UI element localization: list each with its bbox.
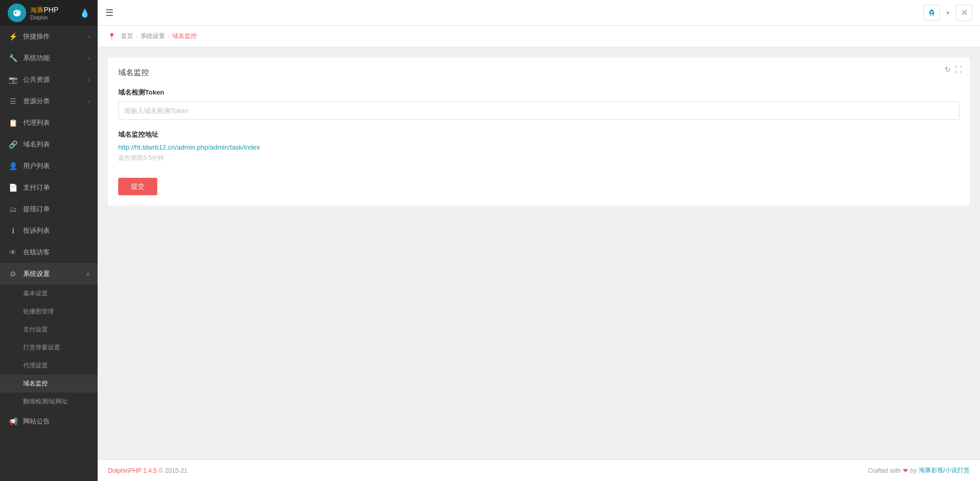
monitor-hint: 监控周期3-5分钟 [118,154,959,162]
breadcrumb-sep: › [168,33,170,40]
sidebar-label: 提现订单 [23,205,90,214]
sidebar-item-quick-ops[interactable]: ⚡ 快捷操作 › [0,26,98,47]
sidebar-item-popup-settings[interactable]: 打赏弹窗设置 [0,339,98,357]
sidebar-logo: 海豚PHP Dolphin 💧 [0,0,98,26]
main-layout: 海豚PHP Dolphin 💧 ⚡ 快捷操作 › 🔧 系统功能 › [0,0,980,481]
logo-text: 海豚PHP Dolphin [30,6,59,21]
breadcrumb-current: 域名监控 [172,32,197,41]
sidebar-label: 资源分类 [23,97,88,106]
token-group: 域名检测Token [118,88,959,120]
app-wrapper: 海豚PHP Dolphin 💧 ⚡ 快捷操作 › 🔧 系统功能 › [0,0,980,481]
main-content: ☰ ▼ ✕ 📍 首页 [98,0,980,481]
sidebar-item-pub-res[interactable]: 📷 公共资源 › [0,69,98,90]
sidebar: 海豚PHP Dolphin 💧 ⚡ 快捷操作 › 🔧 系统功能 › [0,0,98,481]
breadcrumb-home[interactable]: 首页 [121,32,133,41]
sidebar-label: 系统功能 [23,53,88,63]
chevron-right-icon: › [88,98,90,104]
monitor-url-label: 域名监控地址 [118,130,959,139]
dropdown-arrow[interactable]: ▼ [945,10,951,16]
sidebar-item-proxy-settings[interactable]: 代理设置 [0,357,98,375]
sidebar-item-pay-settings[interactable]: 支付设置 [0,321,98,339]
sidebar-label: 在线访客 [23,248,90,257]
sidebar-item-sys-func[interactable]: 🔧 系统功能 › [0,47,98,69]
page-title: 域名监控 [118,68,959,78]
breadcrumb-sys-settings[interactable]: 系统设置 [140,32,165,41]
rocket-icon [927,8,936,17]
settings-icon: ⚙ [8,270,18,278]
logo-icon [8,4,26,22]
sidebar-item-banner-mgmt[interactable]: 轮播图管理 [0,303,98,321]
token-label: 域名检测Token [118,88,959,97]
sidebar-item-proxy-list[interactable]: 📋 代理列表 [0,112,98,134]
sidebar-item-online-visitors[interactable]: 👁 在线访客 [0,242,98,263]
sidebar-item-res-cat[interactable]: ☰ 资源分类 › [0,90,98,112]
notification-button[interactable] [923,5,940,21]
sidebar-label: 快捷操作 [23,32,88,41]
breadcrumb: 📍 首页 › 系统设置 › 域名监控 [98,26,980,47]
sidebar-label: 代理列表 [23,118,90,127]
sidebar-item-complaints[interactable]: ℹ 投诉列表 [0,220,98,242]
user-icon: 👤 [8,162,18,170]
sidebar-item-sys-settings[interactable]: ⚙ 系统设置 ∨ [0,263,98,285]
pub-res-icon: 📷 [8,76,18,84]
sidebar-label: 支付订单 [23,183,90,192]
version-text: DolphinPHP 1.4.5 [108,467,157,474]
refresh-button[interactable]: ↻ [945,65,951,73]
water-icon: 💧 [80,8,90,18]
sidebar-label: 投诉列表 [23,226,90,235]
card-actions: ↻ ⛶ [945,65,962,73]
sidebar-item-basic-settings[interactable]: 基本设置 [0,285,98,303]
breadcrumb-sep: › [136,33,138,40]
by-text: by [910,467,917,474]
monitor-url-group: 域名监控地址 http://ht.tdwrb12.cn/admin.php/ad… [118,130,959,162]
sidebar-item-pay-orders[interactable]: 📄 支付订单 [0,177,98,198]
sidebar-label: 域名列表 [23,140,90,149]
menu-toggle-button[interactable]: ☰ [105,7,114,18]
logo-cn: 海豚PHP [30,6,59,15]
heart-icon: ❤ [903,467,908,474]
crafted-with-text: Crafted with [868,467,901,474]
notice-icon: 📢 [8,417,18,425]
chevron-right-icon: › [88,33,90,40]
quick-ops-icon: ⚡ [8,32,18,41]
proxy-icon: 📋 [8,119,18,127]
author-link[interactable]: 海豚影视/小说打赏 [919,466,970,475]
footer-crafted: Crafted with ❤ by 海豚影视/小说打赏 [868,466,970,475]
copyright-year: © 2015-21 [159,467,188,474]
footer-copyright: DolphinPHP 1.4.5 © 2015-21 [108,467,188,474]
sidebar-label: 系统设置 [23,269,86,279]
sidebar-label: 用户列表 [23,161,90,171]
content-area: 域名监控 ↻ ⛶ 域名检测Token 域名监控地址 http://ht.tdwr… [98,47,980,459]
svg-point-0 [13,11,21,16]
chevron-right-icon: › [88,55,90,61]
chevron-right-icon: › [88,77,90,83]
sidebar-item-user-list[interactable]: 👤 用户列表 [0,155,98,177]
close-button[interactable]: ✕ [956,5,972,21]
topbar: ☰ ▼ ✕ [98,0,980,26]
domain-list-icon: 🔗 [8,140,18,149]
chevron-down-icon: ∨ [86,271,90,278]
svg-point-1 [15,12,16,14]
sidebar-item-short-url[interactable]: 翻墙检测/短网址 [0,393,98,411]
sidebar-item-domain-monitor[interactable]: 域名监控 [0,375,98,393]
complaints-icon: ℹ [8,227,18,235]
sidebar-item-domain-list[interactable]: 🔗 域名列表 [0,134,98,155]
pay-icon: 📄 [8,183,18,192]
submit-button[interactable]: 提交 [118,178,157,195]
logo-en: Dolphin [30,15,59,21]
topbar-right: ▼ ✕ [923,5,972,21]
footer: DolphinPHP 1.4.5 © 2015-21 Crafted with … [98,459,980,481]
sidebar-item-site-notice[interactable]: 📢 网站公告 [0,411,98,432]
sidebar-item-withdraw-orders[interactable]: 🗂 提现订单 [0,198,98,220]
sys-func-icon: 🔧 [8,54,18,62]
location-icon: 📍 [108,33,116,40]
sidebar-label: 公共资源 [23,75,88,84]
svg-point-2 [931,11,933,13]
withdraw-icon: 🗂 [8,205,18,213]
fullscreen-button[interactable]: ⛶ [955,65,962,73]
token-input[interactable] [118,101,959,120]
res-cat-icon: ☰ [8,97,18,105]
monitor-url-link[interactable]: http://ht.tdwrb12.cn/admin.php/admin/tas… [118,143,260,151]
sidebar-nav: ⚡ 快捷操作 › 🔧 系统功能 › 📷 公共资源 › ☰ 资源分类 [0,26,98,481]
main-card: 域名监控 ↻ ⛶ 域名检测Token 域名监控地址 http://ht.tdwr… [108,58,970,206]
